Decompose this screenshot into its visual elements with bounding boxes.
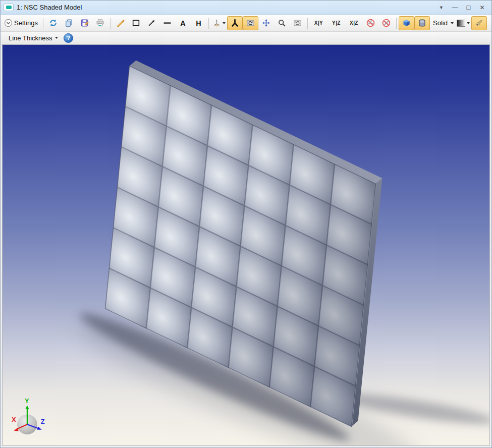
pan-button[interactable] [258,16,274,30]
zoom-button[interactable] [274,16,290,30]
lamp-button[interactable] [487,16,492,30]
maximize-button[interactable]: □ [462,3,475,13]
rotate-box-icon [246,19,255,27]
line-icon [163,19,172,27]
chevron-down-icon [451,22,454,24]
settings-label: Settings [13,19,39,27]
suppress-markers-button[interactable] [378,16,394,30]
y-axis-label: Y [25,397,29,405]
move-arrows-icon [262,19,270,27]
z-axis-arrow [37,426,42,430]
zemax-window-icon [6,6,12,9]
cube-icon [402,19,411,27]
titlebar: 1: NSC Shaded Model ▼ — □ ✕ [1,1,491,15]
lens-array-3d-render: X Y Z [3,45,489,445]
arrow-button[interactable] [144,16,159,30]
z-axis-label: Z [41,418,45,425]
suppress-rays-button[interactable] [363,16,378,30]
svg-text:A: A [180,19,185,27]
solid-label: Solid [431,19,449,27]
tripod-icon [231,19,239,27]
letter-a-icon: A [179,19,187,27]
flashlight-icon [475,19,483,27]
line-thickness-dropdown[interactable]: Line Thickness [6,31,60,45]
previous-view-button[interactable] [290,16,305,30]
minimize-button[interactable]: — [449,3,461,13]
orientation-dropdown-button[interactable] [211,16,227,30]
no-rays-icon [366,19,375,27]
y-axis-arrow [25,406,29,409]
magnifier-icon [278,19,286,27]
help-icon[interactable]: ? [64,33,73,43]
update-button[interactable] [45,16,61,30]
main-toolbar: Settings A H [1,15,491,32]
axis-triad: X Y Z [12,397,45,435]
refresh-icon [49,19,58,27]
chevron-down-icon [223,22,226,24]
line-thickness-label: Line Thickness [7,34,53,42]
axes-3d-icon [212,19,221,27]
rotate-3d-button[interactable] [227,16,243,30]
line-button[interactable] [159,16,175,30]
chevron-down-icon [55,37,58,39]
window-title: 1: NSC Shaded Model [17,4,435,11]
shaded-model-button[interactable] [399,16,414,30]
svg-text:H: H [196,19,201,27]
window-menu-button[interactable]: ▼ [435,3,448,13]
pencil-icon [116,19,125,27]
copy-icon [65,19,73,27]
print-button[interactable] [92,16,108,30]
shaded-model-viewport[interactable]: X Y Z [2,44,490,446]
separator [208,18,209,29]
dimension-button[interactable]: H [191,16,206,30]
close-button[interactable]: ✕ [476,3,488,13]
window-icon [4,4,14,11]
save-button[interactable] [77,16,92,30]
save-icon [80,19,89,27]
spin-view-button[interactable] [243,16,258,30]
secondary-toolbar: Line Thickness ? [1,32,491,44]
copy-button[interactable] [61,16,77,30]
rounded-square-icon [418,19,426,27]
nsc-shaded-model-window: 1: NSC Shaded Model ▼ — □ ✕ Settings [0,0,492,448]
printer-icon [96,19,104,27]
window-controls: ▼ — □ ✕ [435,3,488,13]
letter-h-icon: H [194,19,203,27]
no-markers-icon [382,19,391,27]
pencil-button[interactable] [113,16,128,30]
settings-chevron-icon [4,19,13,27]
chevron-down-icon [467,22,470,24]
text-button[interactable]: A [175,16,191,30]
plane-xy-button[interactable]: X|Y [310,16,327,30]
separator [307,18,308,29]
undo-view-icon [293,19,302,27]
plane-yz-button[interactable]: Y|Z [327,16,345,30]
rectangle-button[interactable] [128,16,144,30]
solid-mode-button[interactable] [414,16,430,30]
arrow-icon [147,19,156,27]
rectangle-icon [132,19,140,27]
flashlight-button[interactable] [471,16,487,30]
plane-xz-button[interactable]: X|Z [345,16,363,30]
gradient-swatch-icon [457,20,465,27]
separator [43,18,43,29]
separator [396,18,397,29]
separator [110,18,111,29]
background-dropdown[interactable] [455,16,471,30]
x-axis-label: X [12,416,16,423]
settings-button[interactable]: Settings [3,16,41,30]
solid-dropdown[interactable]: Solid [430,16,455,30]
